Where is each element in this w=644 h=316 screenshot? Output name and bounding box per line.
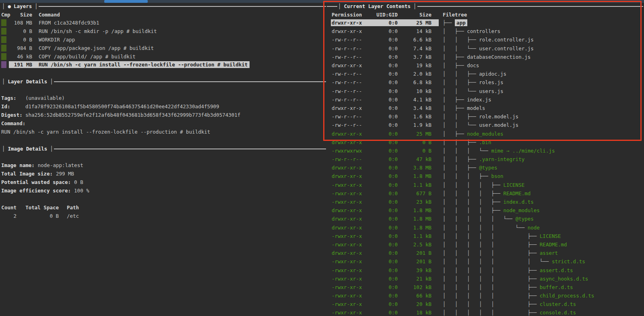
file-uid-gid: 0:0 [375, 242, 398, 248]
file-row[interactable]: -rw-r--r--0:07.4 kB│ │ └── user.controll… [327, 44, 644, 53]
layer-row[interactable]: 0 BRUN /bin/sh -c mkdir -p /app # buildk… [0, 27, 327, 35]
file-row[interactable]: drwxr-xr-x0:01.8 MB│ │ │ │ │ └── @types [327, 215, 644, 223]
file-uid-gid: 0:0 [375, 139, 398, 145]
file-row[interactable]: -rw-r--r--0:04.1 kB│ ├── index.js [327, 95, 644, 104]
file-tree-cell: │ │ │ │ │ │ └── strict.d.ts [443, 258, 585, 264]
file-permission: -rw-r--r-- [332, 54, 375, 60]
file-tree-cell: │ │ ├── role.model.js [443, 114, 518, 120]
file-row-columns: -rwxr-xr-x0:0201 B [331, 258, 439, 265]
file-uid-gid: 0:0 [375, 20, 398, 26]
file-tree-cell: │ │ │ │ ├── LICENSE [443, 182, 524, 188]
file-tree-cell: │ │ │ │ │ └── @types [443, 216, 534, 222]
file-row[interactable]: drwxr-xr-x0:025 MB├── app [327, 19, 644, 27]
file-permission: drwxr-xr-x [332, 105, 375, 111]
file-row[interactable]: -rw-r--r--0:010 kB│ │ └── users.js [327, 87, 644, 95]
file-name: index.d.ts [504, 199, 534, 205]
layer-cmp-block [1, 61, 6, 68]
scroll-indicator-thumb[interactable] [104, 0, 148, 3]
file-row-columns: -rw-r--r--0:01.9 kB [331, 122, 439, 128]
file-row[interactable]: -rwxr-xr-x0:01.1 kB│ │ │ │ ├── LICENSE [327, 181, 644, 189]
tree-branch-glyph: │ │ │ │ │ ├── [443, 267, 540, 273]
file-row-columns: drwxr-xr-x0:025 MB [331, 19, 439, 26]
file-size: 1.8 MB [398, 216, 431, 222]
file-permission: -rwxr-xr-x [332, 199, 375, 205]
file-permission: -rwxr-xr-x [332, 182, 375, 188]
file-row-columns: -rwxrwxrwx0:00 B [331, 147, 439, 154]
file-tree-cell: │ │ │ ├── bson [443, 173, 504, 179]
file-row[interactable]: drwxr-xr-x0:014 kB│ ├── controllers [327, 27, 644, 35]
file-name: assert [540, 250, 558, 256]
file-row[interactable]: -rwxr-xr-x0:01.1 kB│ │ │ │ │ ├── LICENSE [327, 232, 644, 240]
file-permission: drwxr-xr-x [332, 173, 375, 179]
file-row[interactable]: -rw-r--r--0:03.7 kB│ ├── databaseConnect… [327, 53, 644, 61]
layer-row[interactable]: 191 MBRUN /bin/sh -c yarn install --froz… [0, 60, 327, 69]
layer-command-text: RUN /bin/sh -c yarn install --frozen-loc… [1, 128, 326, 136]
file-name: node_modules [504, 207, 540, 213]
file-uid-gid: 0:0 [375, 284, 398, 290]
file-row[interactable]: -rwxr-xr-x0:0201 B│ │ │ │ │ │ └── strict… [327, 257, 644, 266]
wasted-table-header: Count Total Space Path [0, 203, 327, 212]
file-row[interactable]: drwxr-xr-x0:019 kB│ ├── docs [327, 61, 644, 70]
layer-command: WORKDIR /app [39, 37, 75, 43]
file-row[interactable]: -rwxr-xr-x0:039 kB│ │ │ │ │ ├── assert.d… [327, 266, 644, 274]
layer-row[interactable]: 984 BCOPY /app/package.json /app # build… [0, 44, 327, 52]
file-row[interactable]: -rwxrwxrwx0:00 B│ │ │ └── mime → ../mime… [327, 147, 644, 155]
file-row[interactable]: drwxr-xr-x0:0201 B│ │ │ │ │ ├── assert [327, 249, 644, 257]
file-row[interactable]: drwxr-xr-x0:01.8 MB│ │ │ ├── bson [327, 172, 644, 180]
layer-row[interactable]: 108 MBFROM c1ca3248fdc93b1 [0, 19, 327, 27]
file-uid-gid: 0:0 [375, 131, 398, 137]
file-tree-cell: │ ├── docs [443, 62, 479, 68]
tree-branch-glyph: │ │ ├── [443, 114, 479, 120]
image-details-title: Image Details [5, 146, 50, 152]
file-size: 19 kB [398, 62, 431, 68]
file-row[interactable]: -rwxr-xr-x0:0102 kB│ │ │ │ │ ├── buffer.… [327, 283, 644, 291]
col-size: Size [12, 12, 32, 18]
file-row[interactable]: -rwxr-xr-x0:018 kB│ │ │ │ │ ├── console.… [327, 308, 644, 316]
dive-terminal-screen: { "glyphs": { "pipe": "│", "dot": "●" },… [0, 0, 644, 316]
header-rule [54, 149, 326, 149]
file-tree-cell: │ │ │ │ │ ├── buffer.d.ts [443, 284, 573, 290]
file-row[interactable]: -rwxr-xr-x0:02.5 kB│ │ │ │ │ ├── README.… [327, 240, 644, 249]
layer-row-main: 191 MBRUN /bin/sh -c yarn install --froz… [9, 61, 250, 68]
file-row[interactable]: -rwxr-xr-x0:023 kB│ │ │ │ ├── index.d.ts [327, 198, 644, 206]
file-permission: drwxr-xr-x [332, 28, 375, 34]
col-uid-gid: UID:GID [375, 12, 398, 18]
file-row[interactable]: -rwxr-xr-x0:0677 B│ │ │ │ ├── README.md [327, 189, 644, 198]
image-detail-label: Potential wasted space: [1, 179, 71, 185]
file-row[interactable]: -rwxr-xr-x0:021 kB│ │ │ │ │ ├── async_ho… [327, 275, 644, 283]
file-uid-gid: 0:0 [375, 88, 398, 94]
file-row[interactable]: -rw-r--r--0:06.8 kB│ │ ├── roles.js [327, 78, 644, 87]
file-row[interactable]: drwxr-xr-x0:03.4 kB│ ├── models [327, 104, 644, 112]
file-uid-gid: 0:0 [375, 28, 398, 34]
file-row[interactable]: -rw-r--r--0:01.9 kB│ │ └── user.model.js [327, 121, 644, 129]
file-row[interactable]: drwxr-xr-x0:03.8 MB│ │ ├── @types [327, 163, 644, 172]
file-tree-cell: │ │ │ │ │ └── node [443, 225, 540, 231]
tree-branch-glyph: │ │ │ │ │ ├── [443, 242, 540, 248]
file-row-columns: -rwxr-xr-x0:0677 B [331, 190, 439, 197]
file-tree-cell: │ │ ├── apidoc.js [443, 71, 506, 77]
file-row[interactable]: drwxr-xr-x0:025 MB│ ├── node_modules [327, 129, 644, 138]
file-row[interactable]: drwxr-xr-x0:01.8 MB│ │ │ │ │ └── node [327, 223, 644, 232]
tree-branch-glyph: │ │ │ │ │ │ └── [443, 258, 552, 264]
file-row[interactable]: -rwxr-xr-x0:066 kB│ │ │ │ │ ├── child_pr… [327, 291, 644, 300]
file-row[interactable]: drwxr-xr-x0:00 B│ │ ├── .bin [327, 138, 644, 147]
file-size: 23 kB [398, 199, 431, 205]
file-row[interactable]: drwxr-xr-x0:01.8 MB│ │ │ │ ├── node_modu… [327, 206, 644, 215]
layer-row[interactable]: 46 kBCOPY /app/build/ /app # buildkit [0, 52, 327, 61]
file-row[interactable]: -rw-r--r--0:06.6 kB│ │ ├── role.controll… [327, 35, 644, 44]
file-uid-gid: 0:0 [375, 148, 398, 154]
tree-branch-glyph: ├── [443, 20, 455, 26]
file-permission: drwxr-xr-x [332, 207, 375, 213]
file-row[interactable]: -rwxr-xr-x0:020 kB│ │ │ │ │ ├── cluster.… [327, 300, 644, 308]
header-rule [417, 6, 643, 7]
file-row[interactable]: -rw-r--r--0:047 kB│ │ ├── .yarn-integrit… [327, 155, 644, 163]
file-name: app [455, 19, 467, 26]
file-row[interactable]: -rw-r--r--0:02.0 kB│ │ ├── apidoc.js [327, 70, 644, 78]
file-tree-cell: │ ├── node_modules [443, 131, 504, 137]
file-tree-cell: │ ├── models [443, 105, 485, 111]
layer-row[interactable]: 0 BWORKDIR /app [0, 35, 327, 44]
file-size: 1.6 kB [398, 114, 431, 120]
tree-branch-glyph: │ │ └── [443, 45, 479, 52]
tree-branch-glyph: │ ├── [443, 54, 467, 60]
file-row[interactable]: -rw-r--r--0:01.6 kB│ │ ├── role.model.js [327, 112, 644, 121]
